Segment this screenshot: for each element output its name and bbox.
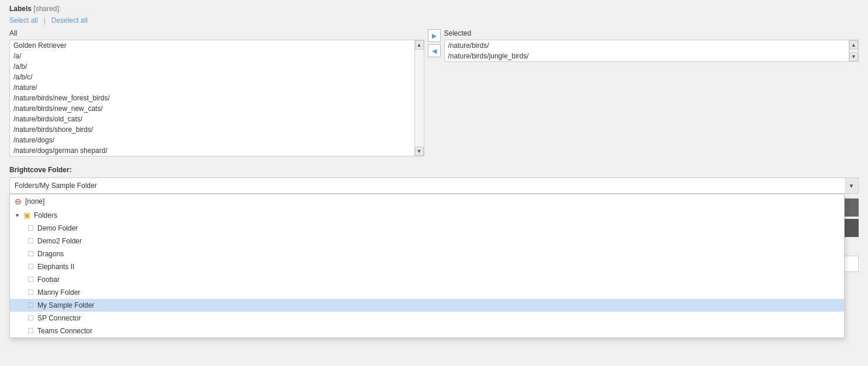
list-item[interactable]: /nature/dogs/german shepard/: [10, 145, 414, 156]
dropdown-item-elephants-ii[interactable]: ☐ Elephants II: [10, 260, 844, 273]
folder-dropdown: ⊖ [none] ▼ ▣ Folders ☐ Demo Folder ☐ Dem…: [9, 194, 845, 338]
dropdown-item-elephants-label: Elephants II: [37, 263, 74, 271]
folder-row: ▼ ⊖ [none] ▼ ▣ Folders ☐ Demo Folder: [9, 177, 859, 194]
file-icon: ☐: [27, 237, 34, 245]
file-icon: ☐: [27, 288, 34, 297]
dropdown-item-none[interactable]: ⊖ [none]: [10, 194, 844, 208]
all-list-panel: Golden Retriever /a/ /a/b/ /a/b/c/ /natu…: [9, 40, 415, 156]
selected-list-scroll-up[interactable]: ▲: [849, 40, 858, 50]
file-icon: ☐: [27, 224, 34, 232]
list-item[interactable]: /a/: [10, 51, 414, 61]
dropdown-item-demo2-folder-label: Demo2 Folder: [37, 237, 82, 245]
selected-label: Selected: [444, 29, 859, 37]
move-left-button[interactable]: ◀: [428, 44, 441, 57]
file-icon: ☐: [27, 301, 34, 309]
dropdown-item-teams-label: Teams Connector: [37, 327, 92, 335]
transfer-buttons: ▶ ◀: [424, 29, 444, 57]
main-container: Labels [shared]: Select all | Deselect a…: [0, 0, 868, 302]
folder-dropdown-button[interactable]: ▼: [845, 177, 859, 194]
dropdown-item-manny-folder[interactable]: ☐ Manny Folder: [10, 286, 844, 299]
folder-section: Brightcove Folder: ▼ ⊖ [none] ▼ ▣ Folder…: [9, 166, 859, 194]
list-item[interactable]: /nature/birds/jungle_birds/: [445, 51, 849, 61]
list-item[interactable]: /nature/birds/shore_birds/: [10, 124, 414, 135]
file-icon: ☐: [27, 276, 34, 284]
deselect-all-button[interactable]: Deselect all: [51, 16, 88, 25]
select-all-button[interactable]: Select all: [9, 16, 38, 25]
dropdown-item-sp-connector[interactable]: ☐ SP Connector: [10, 312, 844, 325]
dropdown-item-demo-folder[interactable]: ☐ Demo Folder: [10, 222, 844, 235]
file-icon: ☐: [27, 250, 34, 258]
file-icon: ☐: [27, 263, 34, 271]
all-list-scroll-track: [415, 50, 424, 147]
folder-label: Brightcove Folder:: [9, 166, 859, 174]
dropdown-item-dragons[interactable]: ☐ Dragons: [10, 248, 844, 260]
list-item[interactable]: /nature/birds/: [445, 40, 849, 51]
none-icon: ⊖: [15, 197, 22, 206]
dropdown-item-folders-label: Folders: [34, 211, 57, 219]
labels-title: Labels: [9, 5, 32, 13]
move-right-button[interactable]: ▶: [428, 29, 441, 42]
controls-divider: |: [44, 16, 46, 25]
labels-shared-tag: [shared]:: [33, 5, 61, 13]
labels-section: Labels [shared]: Select all | Deselect a…: [9, 5, 859, 156]
file-icon: ☐: [27, 327, 34, 335]
file-icon: ☐: [27, 314, 34, 322]
all-list-scroll-up[interactable]: ▲: [415, 40, 424, 50]
dropdown-item-teams-connector[interactable]: ☐ Teams Connector: [10, 325, 844, 337]
collapse-arrow-icon: ▼: [15, 212, 20, 218]
dropdown-item-none-label: [none]: [25, 197, 44, 205]
dropdown-item-folders[interactable]: ▼ ▣ Folders: [10, 208, 844, 222]
dropdown-item-foobar-label: Foobar: [37, 276, 60, 284]
dropdown-item-demo2-folder[interactable]: ☐ Demo2 Folder: [10, 235, 844, 248]
selected-list-panel: /nature/birds/ /nature/birds/jungle_bird…: [444, 40, 850, 62]
dropdown-item-manny-label: Manny Folder: [37, 288, 80, 297]
list-item[interactable]: /nature/dogs/: [10, 135, 414, 145]
list-item[interactable]: /nature/: [10, 82, 414, 93]
dropdown-item-dragons-label: Dragons: [37, 250, 64, 258]
selected-list-scroll[interactable]: /nature/birds/ /nature/birds/jungle_bird…: [445, 40, 849, 61]
selected-list-scroll-down[interactable]: ▼: [849, 52, 858, 61]
labels-header: Labels [shared]:: [9, 5, 859, 13]
folder-input[interactable]: [9, 177, 859, 194]
list-item[interactable]: /nature/birds/new_new_cats/: [10, 103, 414, 114]
list-item[interactable]: /a/b/c/: [10, 72, 414, 82]
all-list-scroll[interactable]: Golden Retriever /a/ /a/b/ /a/b/c/ /natu…: [10, 40, 414, 156]
list-item[interactable]: /nature/birds/new_forest_birds/: [10, 93, 414, 103]
dropdown-item-my-sample-label: My Sample Folder: [37, 301, 94, 309]
list-item[interactable]: Golden Retriever: [10, 40, 414, 51]
folder-input-wrapper: ▼: [9, 177, 859, 194]
all-list-scroll-down[interactable]: ▼: [415, 147, 424, 156]
list-item[interactable]: /a/b/: [10, 61, 414, 72]
dropdown-item-sp-label: SP Connector: [37, 314, 81, 322]
all-label: All: [9, 29, 424, 37]
dropdown-item-my-sample-folder[interactable]: ☐ My Sample Folder: [10, 299, 844, 312]
labels-controls: Select all | Deselect all: [9, 16, 859, 25]
dropdown-item-foobar[interactable]: ☐ Foobar: [10, 273, 844, 286]
folder-icon: ▣: [23, 211, 30, 219]
dropdown-item-demo-folder-label: Demo Folder: [37, 224, 78, 232]
list-item[interactable]: /nature/birds/old_cats/: [10, 114, 414, 124]
